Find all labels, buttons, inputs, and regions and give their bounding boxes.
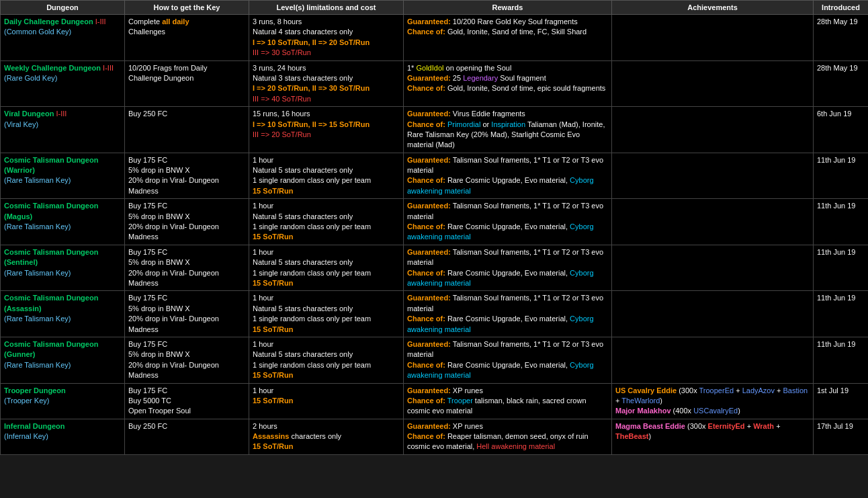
header-introduced: Introduced <box>814 1 869 15</box>
level-cell: 2 hours Assassins characters only 15 SoT… <box>249 419 404 454</box>
key-cell: Buy 250 FC <box>125 107 249 153</box>
introduced-cell: 11th Jun 19 <box>814 245 869 291</box>
achievements-cell <box>612 15 814 61</box>
table-row: Cosmic Talisman Dungeon (Magus) (Rare Ta… <box>1 199 869 245</box>
dungeon-cell: Cosmic Talisman Dungeon (Assassin) (Rare… <box>1 291 125 337</box>
dungeon-name: Cosmic Talisman Dungeon (Magus) <box>4 202 98 220</box>
level-cell: 1 hour Natural 5 stars characters only 1… <box>249 245 404 291</box>
rewards-cell: Guaranteed: XP runes Chance of: Reaper t… <box>404 419 612 454</box>
dungeon-key: (Rare Talisman Key) <box>4 222 71 231</box>
dungeon-cell: Daily Challenge Dungeon I-III (Common Go… <box>1 15 125 61</box>
dungeon-level: I-III <box>56 110 67 118</box>
level-cell: 1 hour Natural 5 stars characters only 1… <box>249 337 404 383</box>
introduced-cell: 28th May 19 <box>814 15 869 61</box>
key-cell: Buy 175 FC 5% drop in BNW X 20% drop in … <box>125 199 249 245</box>
key-cell: 10/200 Frags from DailyChallenge Dungeon <box>125 60 249 107</box>
dungeon-key: (Infernal Key) <box>4 432 48 440</box>
introduced-cell: 11th Jun 19 <box>814 153 869 199</box>
achievements-cell: US Cavalry Eddie (300x TrooperEd + LadyA… <box>612 383 814 419</box>
achievements-cell <box>612 245 814 291</box>
table-row: Cosmic Talisman Dungeon (Assassin) (Rare… <box>1 291 869 337</box>
key-cell: Buy 175 FC 5% drop in BNW X 20% drop in … <box>125 337 249 383</box>
level-cell: 3 runs, 8 hours Natural 4 stars characte… <box>249 15 404 61</box>
key-cell: Buy 175 FC Buy 5000 TC Open Trooper Soul <box>125 383 249 419</box>
dungeon-name: Weekly Challenge Dungeon <box>4 64 103 72</box>
introduced-cell: 11th Jun 19 <box>814 199 869 245</box>
level-cell: 1 hour Natural 5 stars characters only 1… <box>249 153 404 199</box>
rewards-cell: Guaranteed: Talisman Soul framents, 1* T… <box>404 153 612 199</box>
dungeon-cell: Cosmic Talisman Dungeon (Sentinel) (Rare… <box>1 245 125 291</box>
dungeon-name: Infernal Dungeon <box>4 422 64 430</box>
rewards-cell: Guaranteed: Virus Eddie fragments Chance… <box>404 107 612 153</box>
introduced-cell: 28th May 19 <box>814 60 869 107</box>
dungeon-key: (Rare Talisman Key) <box>4 269 71 277</box>
level-cell: 1 hour Natural 5 stars characters only 1… <box>249 291 404 337</box>
key-cell: Buy 175 FC 5% drop in BNW X 20% drop in … <box>125 291 249 337</box>
rewards-cell: Guaranteed: XP runes Chance of: Trooper … <box>404 383 612 419</box>
dungeon-cell: Cosmic Talisman Dungeon (Magus) (Rare Ta… <box>1 199 125 245</box>
table-row: Trooper Dungeon (Trooper Key) Buy 175 FC… <box>1 383 869 419</box>
header-dungeon: Dungeon <box>1 1 125 15</box>
table-row: Cosmic Talisman Dungeon (Warrior) (Rare … <box>1 153 869 199</box>
header-level: Level(s) limitations and cost <box>249 1 404 15</box>
rewards-cell: Guaranteed: Talisman Soul framents, 1* T… <box>404 291 612 337</box>
header-rewards: Rewards <box>404 1 612 15</box>
dungeon-cell: Infernal Dungeon (Infernal Key) <box>1 419 125 454</box>
dungeon-key: (Rare Talisman Key) <box>4 315 71 323</box>
dungeon-cell: Viral Dungeon I-III (Viral Key) <box>1 107 125 153</box>
key-cell: Buy 175 FC 5% drop in BNW X 20% drop in … <box>125 245 249 291</box>
rewards-cell: Guaranteed: 10/200 Rare Gold Key Soul fr… <box>404 15 612 61</box>
table-row: Infernal Dungeon (Infernal Key) Buy 250 … <box>1 419 869 454</box>
dungeon-name: Cosmic Talisman Dungeon (Assassin) <box>4 294 98 312</box>
dungeon-table: Dungeon How to get the Key Level(s) limi… <box>0 0 868 455</box>
key-cell: Complete all dailyChallenges <box>125 15 249 61</box>
dungeon-key: (Rare Talisman Key) <box>4 361 71 369</box>
dungeon-name: Cosmic Talisman Dungeon (Gunner) <box>4 340 98 358</box>
introduced-cell: 17th Jul 19 <box>814 419 869 454</box>
level-cell: 1 hour Natural 5 stars characters only 1… <box>249 199 404 245</box>
achievements-cell <box>612 291 814 337</box>
achievements-cell <box>612 153 814 199</box>
introduced-cell: 1st Jul 19 <box>814 383 869 419</box>
dungeon-name: Cosmic Talisman Dungeon (Warrior) <box>4 156 98 174</box>
achievements-cell <box>612 337 814 383</box>
table-row: Cosmic Talisman Dungeon (Gunner) (Rare T… <box>1 337 869 383</box>
dungeon-cell: Trooper Dungeon (Trooper Key) <box>1 383 125 419</box>
table-row: Daily Challenge Dungeon I-III (Common Go… <box>1 15 869 61</box>
dungeon-key: (Viral Key) <box>4 120 38 128</box>
key-cell: Buy 175 FC 5% drop in BNW X 20% drop in … <box>125 153 249 199</box>
key-cell: Buy 250 FC <box>125 419 249 454</box>
dungeon-key: (Trooper Key) <box>4 397 49 405</box>
level-cell: 3 runs, 24 hours Natural 3 stars charact… <box>249 60 404 107</box>
header-key: How to get the Key <box>125 1 249 15</box>
dungeon-cell: Cosmic Talisman Dungeon (Warrior) (Rare … <box>1 153 125 199</box>
achievements-cell <box>612 60 814 107</box>
dungeon-cell: Cosmic Talisman Dungeon (Gunner) (Rare T… <box>1 337 125 383</box>
level-cell: 1 hour 15 SoT/Run <box>249 383 404 419</box>
dungeon-name: Cosmic Talisman Dungeon (Sentinel) <box>4 248 98 266</box>
table-body: Daily Challenge Dungeon I-III (Common Go… <box>1 15 869 455</box>
table-row: Weekly Challenge Dungeon I-III (Rare Gol… <box>1 60 869 107</box>
level-cell: 15 runs, 16 hours I => 10 SoT/Run, II =>… <box>249 107 404 153</box>
introduced-cell: 11th Jun 19 <box>814 337 869 383</box>
introduced-cell: 11th Jun 19 <box>814 291 869 337</box>
dungeon-name: Viral Dungeon <box>4 110 56 118</box>
rewards-cell: Guaranteed: Talisman Soul framents, 1* T… <box>404 245 612 291</box>
dungeon-key: (Rare Talisman Key) <box>4 176 71 184</box>
introduced-cell: 6th Jun 19 <box>814 107 869 153</box>
dungeon-key: (Rare Gold Key) <box>4 74 57 82</box>
rewards-cell: 1* GoldIdol on opening the Soul Guarante… <box>404 60 612 107</box>
achievements-cell <box>612 107 814 153</box>
achievements-cell: Magma Beast Eddie (300x EternityEd + Wra… <box>612 419 814 454</box>
rewards-cell: Guaranteed: Talisman Soul framents, 1* T… <box>404 199 612 245</box>
table-row: Cosmic Talisman Dungeon (Sentinel) (Rare… <box>1 245 869 291</box>
dungeon-key: (Common Gold Key) <box>4 28 71 36</box>
table-row: Viral Dungeon I-III (Viral Key) Buy 250 … <box>1 107 869 153</box>
dungeon-name: Daily Challenge Dungeon <box>4 17 95 26</box>
achievements-cell <box>612 199 814 245</box>
dungeon-cell: Weekly Challenge Dungeon I-III (Rare Gol… <box>1 60 125 107</box>
dungeon-level: I-III <box>95 17 106 26</box>
header-achievements: Achievements <box>612 1 814 15</box>
rewards-cell: Guaranteed: Talisman Soul framents, 1* T… <box>404 337 612 383</box>
dungeon-level: I-III <box>103 64 114 72</box>
